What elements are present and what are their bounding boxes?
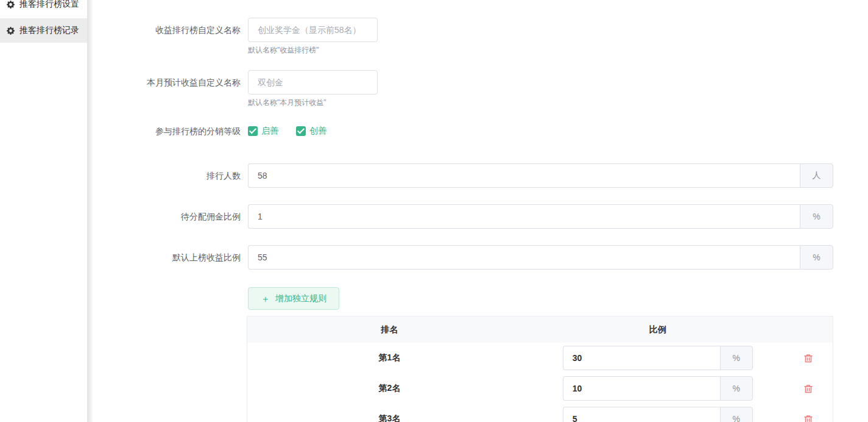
form-row-default-income-ratio: 默认上榜收益比例 %: [0, 245, 833, 270]
rank-column-header: 排名: [247, 324, 532, 335]
rules-table: 排名 比例 第1名 % 第2名 %: [247, 316, 833, 422]
trash-icon[interactable]: [803, 383, 814, 395]
trash-icon[interactable]: [803, 413, 814, 422]
monthly-income-name-helper: 默认名称"本月预计收益": [248, 98, 326, 108]
rank-cell: 第1名: [247, 352, 532, 363]
add-rule-button[interactable]: ＋ 增加独立规则: [248, 287, 339, 310]
checkbox-label: 创善: [309, 126, 326, 137]
levels-label: 参与排行榜的分销等级: [0, 123, 241, 139]
table-row: 第3名 %: [247, 404, 833, 422]
monthly-income-name-input[interactable]: [248, 70, 378, 95]
checkbox-level-chuangshan[interactable]: 创善: [296, 126, 326, 137]
ratio-input[interactable]: [563, 346, 720, 370]
form-row-pending-commission-ratio: 待分配佣金比例 %: [0, 204, 833, 229]
rank-count-label: 排行人数: [0, 163, 241, 188]
pending-commission-ratio-label: 待分配佣金比例: [0, 204, 241, 229]
ratio-input[interactable]: [563, 376, 720, 401]
form-row-levels: 参与排行榜的分销等级 启善 创善: [0, 123, 326, 139]
monthly-income-name-label: 本月预计收益自定义名称: [0, 70, 241, 95]
checkbox-level-qishan[interactable]: 启善: [248, 126, 278, 137]
ratio-unit: %: [720, 407, 753, 422]
ranking-name-helper: 默认名称"收益排行榜": [248, 45, 319, 55]
table-row: 第2名 %: [247, 373, 833, 404]
table-row: 第1名 %: [247, 343, 833, 373]
add-rule-button-label: 增加独立规则: [275, 293, 326, 304]
sidebar-item-label: 推客排行榜设置: [19, 0, 79, 10]
default-income-ratio-input[interactable]: [248, 245, 800, 270]
rank-cell: 第3名: [247, 413, 532, 422]
rank-count-input[interactable]: [248, 163, 800, 188]
checkbox-checked-icon: [296, 126, 306, 136]
rank-count-unit: 人: [800, 163, 833, 188]
form-row-rank-count: 排行人数 人: [0, 163, 833, 188]
form-row-ranking-name: 收益排行榜自定义名称: [0, 18, 378, 42]
ranking-name-label: 收益排行榜自定义名称: [0, 18, 241, 42]
gear-icon: [7, 1, 15, 9]
ratio-unit: %: [720, 376, 753, 401]
ranking-name-input[interactable]: [248, 18, 378, 42]
pending-commission-ratio-unit: %: [800, 204, 833, 229]
rules-table-header: 排名 比例: [247, 316, 833, 343]
default-income-ratio-label: 默认上榜收益比例: [0, 245, 241, 270]
ratio-column-header: 比例: [532, 324, 783, 335]
rank-cell: 第2名: [247, 383, 532, 394]
form-row-monthly-income-name: 本月预计收益自定义名称: [0, 70, 378, 95]
plus-icon: ＋: [261, 294, 270, 303]
trash-icon[interactable]: [803, 352, 814, 364]
ratio-input[interactable]: [563, 407, 720, 422]
checkbox-label: 启善: [261, 126, 278, 137]
checkbox-checked-icon: [248, 126, 258, 136]
ratio-unit: %: [720, 346, 753, 370]
pending-commission-ratio-input[interactable]: [248, 204, 800, 229]
sidebar-item-tuike-ranking-settings[interactable]: 推客排行榜设置: [0, 0, 87, 17]
default-income-ratio-unit: %: [800, 245, 833, 270]
